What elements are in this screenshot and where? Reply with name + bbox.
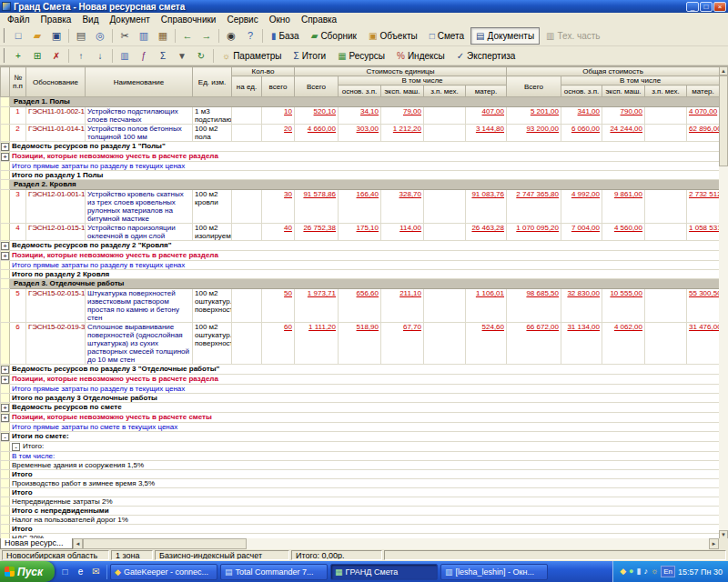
col-unit-including-header[interactable]: В том числе xyxy=(339,76,507,85)
estimate-button[interactable]: □Смета xyxy=(424,27,470,45)
task-grand-smeta[interactable]: ▦ГРАНД Смета xyxy=(330,564,438,580)
cell-qty[interactable]: 40 xyxy=(262,224,295,241)
cell-unit[interactable]: 100 м2 оштукатур. поверхности xyxy=(193,289,232,323)
add-row-icon[interactable]: + xyxy=(9,48,27,63)
cell-qty[interactable]: 20 xyxy=(262,125,295,142)
cell-u_mat[interactable]: 3 144,80 xyxy=(466,125,507,142)
cell-u_mat[interactable]: 26 463,28 xyxy=(466,224,507,241)
cell-t_ozp[interactable]: 31 134,00 xyxy=(561,323,602,365)
cell-qty_per[interactable] xyxy=(232,224,262,241)
preview-icon[interactable]: ◎ xyxy=(91,27,109,44)
cell-qty_per[interactable] xyxy=(232,289,262,323)
expand-gutter-cell[interactable]: + xyxy=(1,152,10,162)
cell-u_mat[interactable]: 91 083,76 xyxy=(466,190,507,224)
cell-t_total[interactable]: 1 070 095,20 xyxy=(507,224,561,241)
close-button[interactable]: × xyxy=(713,2,726,12)
cell-name[interactable]: Устройство пароизоляции оклеечной в один… xyxy=(86,224,193,241)
cell-u_ozp[interactable]: 518,90 xyxy=(339,323,381,365)
cell-t_mat[interactable]: 4 070,00 xyxy=(687,107,720,125)
paste-icon[interactable]: ▦ xyxy=(154,27,172,44)
cell-num[interactable]: 2 xyxy=(10,125,26,142)
cell-t_total[interactable]: 98 685,50 xyxy=(507,289,561,323)
cell-u_zpm[interactable] xyxy=(424,323,466,365)
expertise-button[interactable]: ✓Экспертиза xyxy=(451,48,521,64)
horizontal-scroll-track[interactable] xyxy=(83,538,709,549)
expand-gutter-cell[interactable]: + xyxy=(1,142,10,152)
cell-t_em[interactable]: 4 560,00 xyxy=(602,224,645,241)
coefficients-icon[interactable]: ƒ xyxy=(135,48,153,63)
cell-t_ozp[interactable]: 4 992,00 xyxy=(561,190,602,224)
quick-launch-desktop-icon[interactable]: □ xyxy=(58,565,72,579)
expand-gutter-cell[interactable]: + xyxy=(1,241,10,251)
col-num-header[interactable]: № п.п xyxy=(10,67,26,97)
delete-row-icon[interactable]: ✗ xyxy=(47,48,66,63)
move-down-icon[interactable]: ↓ xyxy=(91,48,109,63)
cell-u_em[interactable]: 211,10 xyxy=(381,289,424,323)
cell-t_ozp[interactable]: 7 004,00 xyxy=(561,224,602,241)
cell-qty_per[interactable] xyxy=(232,323,262,365)
vertical-scroll-track[interactable] xyxy=(719,75,728,530)
cell-u_ozp[interactable]: 34,10 xyxy=(339,107,381,125)
scroll-right-icon[interactable]: ► xyxy=(709,538,719,549)
cell-name[interactable]: Устройство подстилающих слоев песчаных xyxy=(86,107,193,125)
cell-u_ozp[interactable]: 303,00 xyxy=(339,125,381,142)
cell-u_em[interactable]: 1 212,20 xyxy=(381,125,424,142)
cell-num[interactable]: 1 xyxy=(10,107,26,125)
copy-icon[interactable]: ▥ xyxy=(135,27,153,44)
expand-box-icon[interactable]: + xyxy=(1,376,9,384)
totals-button[interactable]: ΣИтоги xyxy=(288,48,331,64)
col-grand-total-header[interactable]: Всего xyxy=(507,76,561,97)
cell-qty[interactable]: 50 xyxy=(262,289,295,323)
menu-window[interactable]: Окно xyxy=(264,14,296,25)
task-lesha-window[interactable]: ▥[lesha_leshin] - Окн... xyxy=(440,564,548,580)
cell-u_ozp[interactable]: 175,10 xyxy=(339,224,381,241)
cell-unit[interactable]: 1 м3 подстилаю... xyxy=(193,107,232,125)
cell-t_ozp[interactable]: 32 830,00 xyxy=(561,289,602,323)
cell-name[interactable]: Устройство кровель скатных из трех слоев… xyxy=(86,190,193,224)
minimize-button[interactable]: _ xyxy=(686,2,699,12)
cell-u_total[interactable]: 520,10 xyxy=(295,107,339,125)
col-total-mech-labor-header[interactable]: з.п. мех. xyxy=(645,85,687,97)
cell-t_total[interactable]: 2 747 365,80 xyxy=(507,190,561,224)
cell-t_zpm[interactable] xyxy=(645,323,687,365)
cell-u_total[interactable]: 4 660,00 xyxy=(295,125,339,142)
cell-unit[interactable]: 100 м2 кровли xyxy=(193,190,232,224)
col-qty-group-header[interactable]: Кол-во xyxy=(232,67,295,76)
cell-t_em[interactable]: 4 062,00 xyxy=(602,323,645,365)
move-up-icon[interactable]: ↑ xyxy=(72,48,90,63)
expand-gutter-cell[interactable]: - xyxy=(1,432,10,442)
cell-basis[interactable]: ГЭСН12-01-015-1 xyxy=(26,224,86,241)
col-unit-labor-header[interactable]: основ. з.п. xyxy=(339,85,381,97)
cell-basis[interactable]: ГЭСН11-01-002-1 xyxy=(26,107,86,125)
insert-row-icon[interactable]: ⊞ xyxy=(28,48,46,63)
cell-t_mat[interactable]: 31 476,00 xyxy=(687,323,720,365)
cell-u_total[interactable]: 1 111,20 xyxy=(295,323,339,365)
expand-gutter-cell[interactable]: + xyxy=(1,365,10,375)
menu-references[interactable]: Справочники xyxy=(156,14,222,25)
cell-t_total[interactable]: 66 672,00 xyxy=(507,323,561,365)
cell-unit[interactable]: 100 м2 оштукатур. поверхности xyxy=(193,323,232,365)
cell-num[interactable]: 6 xyxy=(10,323,26,365)
cell-t_ozp[interactable]: 341,00 xyxy=(561,107,602,125)
cell-qty_per[interactable] xyxy=(232,107,262,125)
tray-antivirus-icon[interactable]: ◆ xyxy=(620,567,626,576)
new-estimate-icon[interactable]: □ xyxy=(9,27,27,44)
cell-qty_per[interactable] xyxy=(232,125,262,142)
cell-u_total[interactable]: 91 578,86 xyxy=(295,190,339,224)
collection-button[interactable]: ▰Сборник xyxy=(306,27,362,45)
tray-update-icon[interactable]: ● xyxy=(629,567,633,576)
start-button[interactable]: Пуск xyxy=(0,561,55,582)
language-indicator[interactable]: En xyxy=(661,566,675,577)
search-icon[interactable]: ◉ xyxy=(222,27,240,44)
cell-t_em[interactable]: 9 861,00 xyxy=(602,190,645,224)
cell-t_mat[interactable]: 55 300,50 xyxy=(687,289,720,323)
cell-u_ozp[interactable]: 166,40 xyxy=(339,190,381,224)
cell-t_zpm[interactable] xyxy=(645,107,687,125)
cell-unit[interactable]: 100 м2 изолируемой xyxy=(193,224,232,241)
expand-box-icon[interactable]: + xyxy=(1,252,9,260)
menu-service[interactable]: Сервис xyxy=(221,14,263,25)
resources-button[interactable]: ▦Ресурсы xyxy=(332,48,390,64)
cell-qty[interactable]: 30 xyxy=(262,190,295,224)
cell-t_zpm[interactable] xyxy=(645,190,687,224)
base-button[interactable]: ▮База xyxy=(266,27,305,45)
